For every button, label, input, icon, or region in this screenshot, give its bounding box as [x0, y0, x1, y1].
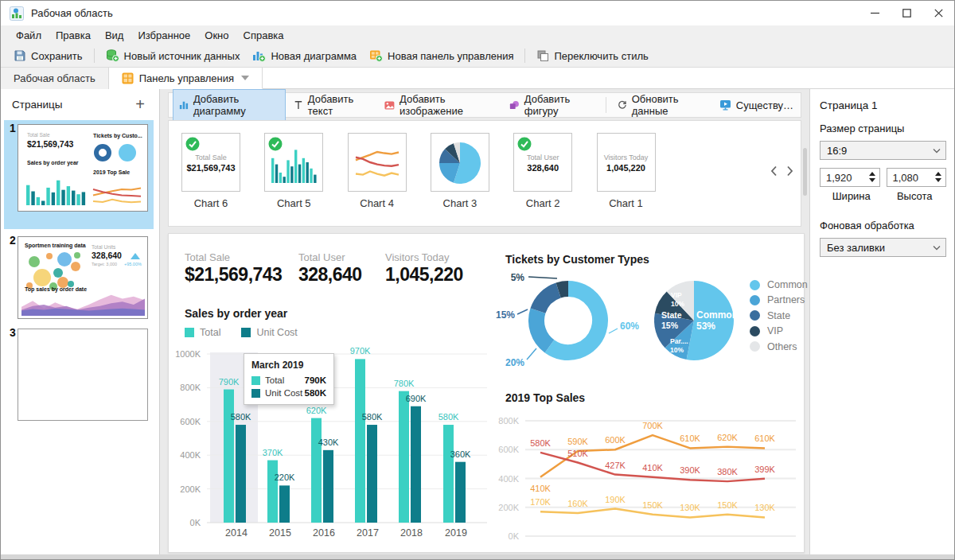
main-content: Страницы + 1 Total Sale $21,569,743 Tick… — [1, 89, 954, 554]
page-number: 2 — [10, 234, 16, 247]
pie-legend-swatch — [750, 295, 760, 305]
svg-text:427K: 427K — [605, 461, 626, 470]
gallery-card-chart-5[interactable] — [264, 133, 323, 192]
thumb2-kpi-label: Total Units — [92, 244, 115, 250]
dashboard-canvas[interactable]: Total Sale $21,569,743 Total User 328,64… — [168, 233, 805, 553]
tooltip-series-name: Total — [265, 375, 284, 385]
canvas-scrollbar[interactable] — [803, 148, 807, 196]
page-thumbnail-3[interactable]: 3 — [4, 325, 154, 422]
gallery-next-button[interactable] — [783, 162, 796, 180]
legend-label: Unit Cost — [256, 327, 297, 338]
refresh-data-button[interactable]: Обновить данные — [611, 89, 711, 121]
gallery-card-chart-3[interactable] — [431, 133, 489, 192]
add-image-label: Добавить изображение — [400, 93, 495, 117]
gallery-card-caption: Chart 6 — [181, 197, 240, 209]
tickets-pie-chart: Common53%Par....10%State15%VIP10% — [642, 270, 746, 373]
add-chart-button[interactable]: Добавить диаграмму — [173, 89, 286, 121]
width-spinner[interactable] — [869, 172, 875, 182]
page-ratio-select[interactable]: 16:9 — [820, 141, 946, 160]
gallery-card-chart-2[interactable]: Total User328,640 — [513, 133, 572, 192]
tooltip-swatch — [251, 389, 260, 398]
gallery-card-chart-1[interactable]: Visitors Today1,045,220 — [597, 133, 656, 192]
toolbar-separator — [94, 49, 95, 63]
page-ratio-value: 16:9 — [827, 145, 847, 157]
maximize-button[interactable] — [891, 1, 922, 25]
tooltip-row: Total790K — [251, 375, 326, 385]
gallery-kpi-label: Visitors Today — [598, 154, 655, 161]
inspector-page-title: Страница 1 — [820, 99, 946, 111]
add-shape-label: Добавить фигуру — [524, 93, 594, 117]
tooltip-series-value: 790K — [305, 375, 327, 385]
bottom-scrollbar[interactable] — [1, 554, 954, 560]
svg-text:610K: 610K — [754, 434, 775, 443]
menu-item-5[interactable]: Справка — [236, 27, 291, 44]
switch-style-button[interactable]: Переключить стиль — [530, 46, 654, 65]
new-datasource-button[interactable]: Новый источник данных — [99, 46, 247, 65]
checkmark-icon — [268, 137, 283, 151]
menu-item-1[interactable]: Правка — [49, 27, 98, 44]
kpi-visitors-label: Visitors Today — [385, 251, 449, 263]
thumb2-area-chart — [21, 294, 145, 316]
menu-item-4[interactable]: Окно — [197, 27, 236, 44]
svg-text:220K: 220K — [275, 472, 295, 482]
width-label: Ширина — [820, 190, 883, 202]
tooltip-series-name: Unit Cost — [265, 388, 302, 398]
new-chart-button[interactable]: Новая диаграмма — [246, 46, 363, 65]
tab-dashboard[interactable]: Панель управления — [109, 68, 263, 89]
svg-text:580K: 580K — [530, 438, 551, 448]
tab-dropdown-caret[interactable] — [241, 76, 249, 80]
dashboard-tab-icon — [122, 72, 134, 84]
svg-text:60%: 60% — [620, 321, 639, 332]
add-text-button[interactable]: Добавить текст — [287, 89, 376, 121]
menu-item-3[interactable]: Избранное — [131, 27, 197, 44]
pie-legend-swatch — [750, 326, 760, 336]
svg-text:0K: 0K — [509, 531, 520, 541]
svg-text:800K: 800K — [498, 416, 519, 426]
svg-text:200K: 200K — [180, 484, 201, 494]
pages-sidebar: Страницы + 1 Total Sale $21,569,743 Tick… — [1, 89, 160, 554]
svg-text:790K: 790K — [219, 377, 240, 387]
existing-label: Существу… — [736, 99, 793, 111]
add-text-label: Добавить текст — [308, 93, 370, 117]
dashboard-add-icon — [369, 49, 383, 62]
gallery-kpi-label: Total User — [514, 154, 571, 161]
toolbar-separator — [606, 97, 606, 113]
gallery-prev-button[interactable] — [767, 162, 780, 180]
close-button[interactable] — [922, 1, 954, 25]
save-icon — [14, 49, 26, 62]
page-thumbnail-1[interactable]: 1 Total Sale $21,569,743 Tickets by Cust… — [4, 120, 154, 229]
pie-legend-item-state: State — [750, 310, 790, 321]
add-page-button[interactable]: + — [132, 98, 148, 111]
gallery-mini-pie-chart — [437, 142, 483, 185]
database-add-icon — [106, 49, 119, 62]
save-label: Сохранить — [31, 50, 83, 62]
svg-text:160K: 160K — [567, 499, 588, 508]
gallery-card-chart-4[interactable] — [348, 133, 407, 192]
page-height-input[interactable]: 1,080 — [887, 168, 947, 187]
page-number: 3 — [10, 326, 16, 339]
thumb1-line-title: 2019 Top Sale — [93, 169, 130, 175]
menu-item-0[interactable]: Файл — [9, 27, 49, 44]
gallery-kpi-label: Total Sale — [182, 154, 240, 161]
page-width-input[interactable]: 1,920 — [820, 168, 880, 187]
minimize-button[interactable] — [859, 1, 891, 25]
tab-workspace[interactable]: Рабочая область — [1, 68, 109, 89]
svg-text:360K: 360K — [450, 449, 471, 459]
new-dashboard-button[interactable]: Новая панель управления — [363, 46, 520, 65]
background-fill-select[interactable]: Без заливки — [820, 238, 946, 257]
add-shape-button[interactable]: Добавить фигуру — [503, 89, 601, 121]
menu-item-2[interactable]: Вид — [98, 27, 131, 44]
app-window: Рабочая область ФайлПравкаВидИзбранноеОк… — [0, 0, 955, 560]
thumb1-right-title: Tickets by Custo... — [93, 133, 142, 138]
existing-button[interactable]: Существу… — [713, 95, 800, 115]
add-image-button[interactable]: Добавить изображение — [378, 89, 501, 121]
save-button[interactable]: Сохранить — [7, 46, 89, 65]
svg-text:370K: 370K — [263, 448, 283, 457]
height-spinner[interactable] — [935, 172, 941, 182]
chart-add-icon — [252, 49, 266, 62]
gallery-card-chart-6[interactable]: Total Sale$21,569,743 — [181, 133, 240, 192]
kpi-total-user-label: Total User — [298, 251, 345, 263]
page-thumbnail-2[interactable]: 2 Sportmen training data Total Units 328… — [4, 232, 154, 321]
svg-text:390K: 390K — [680, 465, 700, 475]
pie-legend-swatch — [750, 280, 760, 290]
